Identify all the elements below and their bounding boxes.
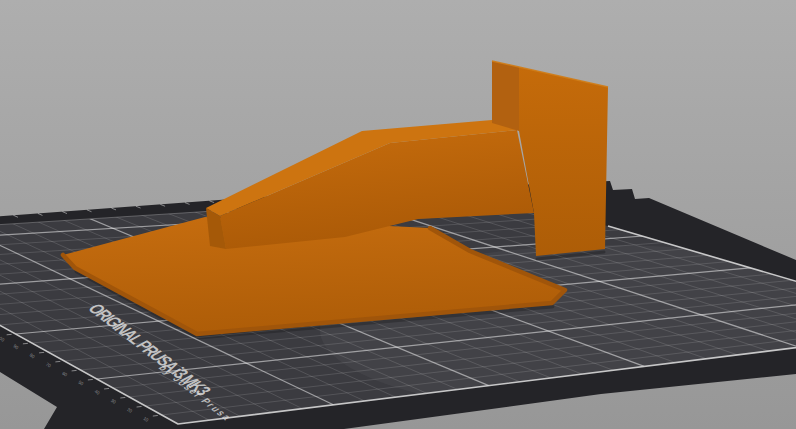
bed-grid-line [137, 406, 142, 407]
model-wall-side [492, 61, 519, 131]
bed-grid-line [72, 370, 77, 371]
scene-canvas[interactable]: 1020304050607080901001101201301401501601… [0, 0, 796, 429]
slicer-3d-viewport[interactable]: 1020304050607080901001101201301401501601… [0, 0, 796, 429]
bed-grid-line [120, 397, 125, 398]
bed-grid-line [153, 415, 158, 416]
bed-grid-line [104, 388, 109, 389]
bed-grid-line [88, 379, 93, 380]
